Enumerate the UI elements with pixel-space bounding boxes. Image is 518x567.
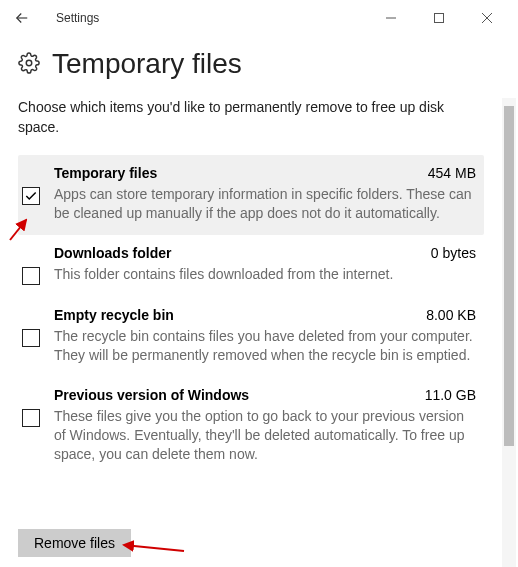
content-area: Choose which items you'd like to permane… <box>0 98 502 567</box>
checkbox[interactable] <box>22 187 40 205</box>
item-size: 454 MB <box>428 165 476 181</box>
list-item[interactable]: Downloads folder0 bytesThis folder conta… <box>18 235 484 297</box>
svg-point-4 <box>26 60 32 66</box>
item-title: Temporary files <box>54 165 157 181</box>
arrow-left-icon <box>13 9 31 27</box>
checkbox[interactable] <box>22 267 40 285</box>
page-header: Temporary files <box>0 36 518 98</box>
close-button[interactable] <box>472 4 502 32</box>
checkbox[interactable] <box>22 409 40 427</box>
svg-rect-1 <box>435 14 444 23</box>
window-controls <box>376 4 512 32</box>
item-size: 8.00 KB <box>426 307 476 323</box>
gear-icon <box>18 52 40 77</box>
list-item[interactable]: Empty recycle bin8.00 KBThe recycle bin … <box>18 297 484 377</box>
intro-text: Choose which items you'd like to permane… <box>18 98 484 137</box>
titlebar: Settings <box>0 0 518 36</box>
page-title: Temporary files <box>52 48 242 80</box>
maximize-icon <box>433 12 445 24</box>
item-size: 11.0 GB <box>425 387 476 403</box>
window-title: Settings <box>56 11 99 25</box>
list-item[interactable]: Temporary files454 MBApps can store temp… <box>18 155 484 235</box>
item-title: Downloads folder <box>54 245 171 261</box>
list-item[interactable]: Previous version of Windows11.0 GBThese … <box>18 377 484 476</box>
item-title: Empty recycle bin <box>54 307 174 323</box>
minimize-button[interactable] <box>376 4 406 32</box>
item-description: The recycle bin contains files you have … <box>54 327 476 365</box>
item-size: 0 bytes <box>431 245 476 261</box>
scrollbar-thumb[interactable] <box>504 106 514 446</box>
item-description: This folder contains files downloaded fr… <box>54 265 476 284</box>
item-description: Apps can store temporary information in … <box>54 185 476 223</box>
checkbox[interactable] <box>22 329 40 347</box>
minimize-icon <box>385 12 397 24</box>
scrollbar[interactable] <box>502 98 516 567</box>
maximize-button[interactable] <box>424 4 454 32</box>
remove-files-button[interactable]: Remove files <box>18 529 131 557</box>
item-title: Previous version of Windows <box>54 387 249 403</box>
item-description: These files give you the option to go ba… <box>54 407 476 464</box>
checkmark-icon <box>24 189 38 203</box>
back-button[interactable] <box>6 2 38 34</box>
close-icon <box>481 12 493 24</box>
